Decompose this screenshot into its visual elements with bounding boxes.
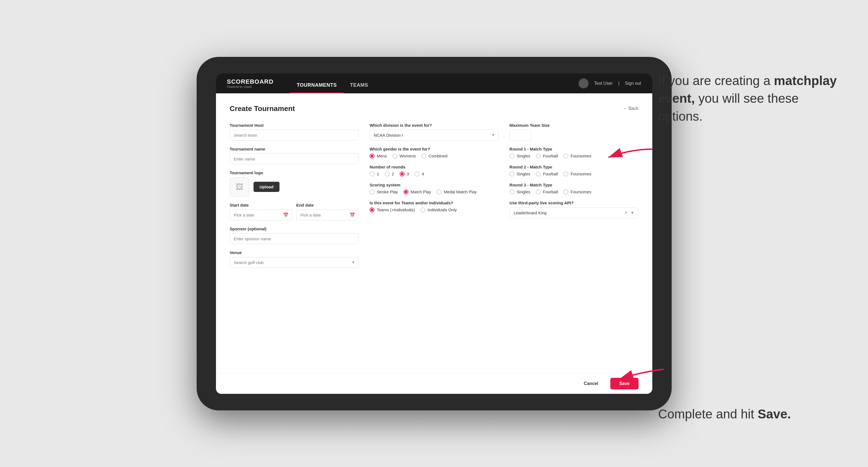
max-team-size-label: Maximum Team Size [509,123,639,128]
tablet-screen: SCOREBOARD Powered by clippit TOURNAMENT… [216,73,652,394]
gender-mens-option[interactable]: Mens [370,154,387,158]
tournament-host-input[interactable] [230,130,359,141]
gender-combined-radio[interactable] [422,154,426,158]
tournament-name-label: Tournament name [230,147,359,151]
scoring-stroke-radio[interactable] [370,189,374,194]
gender-womens-radio[interactable] [393,154,397,158]
tab-teams[interactable]: TEAMS [344,82,375,93]
scoring-medal-option[interactable]: Medal Match Play [437,189,477,194]
scoring-stroke-option[interactable]: Stroke Play [370,189,398,194]
back-button[interactable]: ← Back [623,106,638,111]
max-team-size-group: Maximum Team Size 5 [509,123,639,141]
scoring-group: Scoring system Stroke Play Match Play [370,183,498,194]
tournament-name-input[interactable] [230,154,359,164]
rounds-3-option[interactable]: 3 [400,172,409,177]
image-icon: 🖼 [236,182,243,191]
round2-fourball-radio[interactable] [536,172,541,177]
division-label: Which division is the event for? [370,123,498,128]
logo-placeholder: 🖼 [230,177,249,197]
scoring-medal-radio[interactable] [437,189,442,194]
round1-singles-label: Singles [517,154,530,158]
teams-individuals-label: Individuals Only [428,208,457,212]
teams-individuals-option[interactable]: Individuals Only [420,208,457,212]
rounds-radio-group: 1 2 3 [370,172,498,177]
gender-group: Which gender is the event for? Mens Wome… [370,147,498,158]
teams-both-option[interactable]: Teams (+Individuals) [370,208,415,212]
avatar [579,79,589,88]
gender-womens-option[interactable]: Womens [393,154,416,158]
rounds-group: Number of rounds 1 2 [370,165,498,177]
user-name: Test User [594,81,613,86]
separator: | [618,81,619,86]
venue-select-wrapper: ▼ [230,257,359,268]
teams-individuals-radio[interactable] [420,208,425,212]
sponsor-label: Sponsor (optional) [230,226,359,231]
round3-fourball-radio[interactable] [536,189,541,194]
arrow-right [597,144,658,167]
navbar-right: Test User | Sign out [579,79,641,88]
rounds-1-option[interactable]: 1 [370,172,379,177]
sign-out-link[interactable]: Sign out [625,81,641,86]
round3-singles-radio[interactable] [509,189,515,194]
middle-column: Which division is the event for? NCAA Di… [370,123,498,268]
round2-foursomes-radio[interactable] [563,172,568,177]
tab-tournaments[interactable]: TOURNAMENTS [290,82,343,93]
round1-fourball-radio[interactable] [536,154,541,158]
round3-singles-label: Singles [517,189,530,194]
rounds-4-radio[interactable] [414,172,420,177]
scoring-match-label: Match Play [411,189,431,194]
round1-singles-radio[interactable] [509,154,515,158]
sponsor-input[interactable] [230,234,359,244]
rounds-1-radio[interactable] [370,172,374,177]
brand-subtitle: Powered by clippit [227,85,274,88]
max-team-size-input[interactable]: 5 [509,130,532,141]
navbar: SCOREBOARD Powered by clippit TOURNAMENT… [216,73,652,93]
venue-input[interactable] [230,257,359,268]
round3-fourball-option[interactable]: Fourball [536,189,558,194]
round1-singles-option[interactable]: Singles [509,154,530,158]
round3-match-type-group: Round 3 - Match Type Singles Fourball [509,183,639,194]
form-footer: Cancel Save [216,373,652,394]
teams-label: Is this event for Teams and/or Individua… [370,200,498,205]
round3-foursomes-radio[interactable] [563,189,568,194]
rounds-2-radio[interactable] [385,172,390,177]
end-date-input[interactable] [296,210,359,220]
gender-mens-radio[interactable] [370,154,374,158]
api-label: Use third-party live scoring API? [509,200,639,205]
round1-fourball-option[interactable]: Fourball [536,154,558,158]
round1-foursomes-option[interactable]: Foursomes [563,154,591,158]
start-date-input[interactable] [230,210,292,220]
rounds-2-option[interactable]: 2 [385,172,394,177]
round2-foursomes-option[interactable]: Foursomes [563,172,591,177]
round3-label: Round 3 - Match Type [509,183,639,187]
api-remove-icon[interactable]: ✕ [624,211,628,215]
calendar-icon-start: 📅 [283,212,288,218]
scoring-label: Scoring system [370,183,498,187]
api-group: Use third-party live scoring API? Leader… [509,200,639,218]
scoring-match-option[interactable]: Match Play [403,189,431,194]
scoring-match-radio[interactable] [403,189,408,194]
rounds-label: Number of rounds [370,165,498,169]
division-select[interactable]: NCAA Division I [370,130,498,141]
api-selector[interactable]: Leaderboard King ✕ ▼ [509,208,639,218]
gender-combined-label: Combined [429,154,447,158]
rounds-3-radio[interactable] [400,172,405,177]
cancel-button[interactable]: Cancel [576,378,606,390]
teams-both-radio[interactable] [370,208,374,212]
upload-button[interactable]: Upload [253,182,280,192]
api-dropdown-icon[interactable]: ▼ [630,211,634,215]
round2-fourball-option[interactable]: Fourball [536,172,558,177]
round3-singles-option[interactable]: Singles [509,189,530,194]
round1-foursomes-radio[interactable] [563,154,568,158]
start-date-group: Start date 📅 [230,203,292,220]
rounds-4-option[interactable]: 4 [414,172,424,177]
brand-title: SCOREBOARD [227,78,274,85]
rounds-2-label: 2 [392,172,394,176]
date-row: Start date 📅 End date [230,203,359,220]
gender-combined-option[interactable]: Combined [422,154,447,158]
round2-singles-radio[interactable] [509,172,515,177]
round3-foursomes-label: Foursomes [570,189,591,194]
round2-singles-option[interactable]: Singles [509,172,530,177]
teams-group: Is this event for Teams and/or Individua… [370,200,498,212]
round3-foursomes-option[interactable]: Foursomes [563,189,591,194]
